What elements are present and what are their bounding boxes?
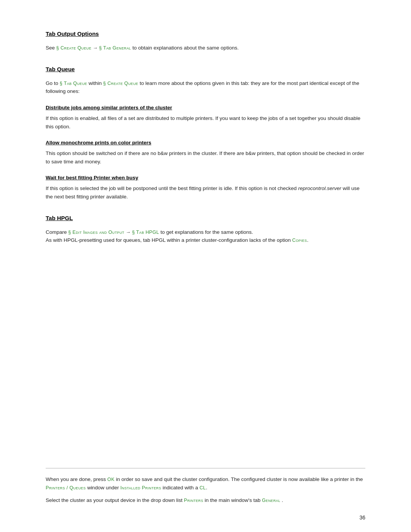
section-title-tab-queue: Tab Queue (46, 66, 365, 72)
output-options-suffix: to obtain explanations about the same op… (131, 45, 239, 51)
reprocontrol-server: reprocontrol.server (298, 185, 341, 191)
arrow-2: → (124, 229, 132, 235)
installed-printers-link[interactable]: Installed Printers (120, 485, 161, 490)
cl-link[interactable]: CL (199, 485, 206, 490)
ok-link[interactable]: OK (107, 477, 115, 482)
footer-p2-prefix: Select the cluster as your output device… (46, 497, 184, 503)
subsection-monochrome: Allow monochrome prints on color printer… (46, 140, 365, 166)
hpgl-line2-suffix: . (307, 237, 309, 243)
section-tab-output-options: Tab Output Options See § Create Queue → … (46, 30, 365, 52)
output-options-prefix: See (46, 45, 56, 51)
hpgl-suffix: to get explanations for the same options… (159, 229, 253, 235)
page-container: Tab Output Options See § Create Queue → … (0, 0, 411, 532)
footer-p1-middle: in order so save and quit the cluster co… (115, 476, 363, 482)
footer-area: When you are done, press OK in order so … (46, 468, 365, 509)
create-queue-link-1[interactable]: § Create Queue (56, 45, 91, 51)
subsection-title-wait-best: Wait for best fitting Printer when busy (46, 175, 365, 181)
subsection-body-distribute: If this option is enabled, all files of … (46, 114, 365, 131)
tab-queue-prefix: Go to (46, 80, 60, 86)
footer-p1-suffix1: window under (86, 485, 120, 490)
footer-p2-end: . (280, 497, 284, 503)
wait-best-prefix: If this option is selected the job will … (46, 185, 298, 191)
section-body-tab-queue: Go to § Tab Queue within § Create Queue … (46, 79, 365, 96)
footer-p1-prefix: When you are done, press (46, 476, 107, 482)
printers-link[interactable]: Printers (184, 498, 203, 503)
subsection-distribute-jobs: Distribute jobs among similar printers o… (46, 105, 365, 131)
printers-queues-link[interactable]: Printers / Queues (46, 485, 86, 490)
section-title-tab-hpgl: Tab HPGL (46, 215, 365, 221)
tab-hpgl-link[interactable]: § Tab HPGL (132, 230, 159, 235)
subsection-wait-best: Wait for best fitting Printer when busy … (46, 175, 365, 201)
tab-queue-middle: within (87, 80, 103, 86)
edit-images-link[interactable]: § Edit Images and Output (68, 230, 124, 235)
subsection-title-distribute: Distribute jobs among similar printers o… (46, 105, 365, 110)
section-title-output-options: Tab Output Options (46, 30, 365, 37)
tab-general-link-1[interactable]: § Tab General (99, 45, 131, 51)
general-link[interactable]: General (262, 498, 280, 503)
footer-divider (46, 468, 365, 468)
subsection-body-wait-best: If this option is selected the job will … (46, 184, 365, 201)
copies-link[interactable]: Copies (292, 238, 307, 243)
section-tab-hpgl: Tab HPGL Compare § Edit Images and Outpu… (46, 215, 365, 244)
hpgl-line2-prefix: As with HPGL-presetting used for queues,… (46, 237, 292, 243)
section-body-output-options: See § Create Queue → § Tab General to ob… (46, 44, 365, 52)
section-body-tab-hpgl: Compare § Edit Images and Output → § Tab… (46, 228, 365, 244)
footer-p2-middle: in the main window's tab (203, 497, 262, 503)
hpgl-prefix: Compare (46, 229, 68, 235)
section-tab-queue: Tab Queue Go to § Tab Queue within § Cre… (46, 66, 365, 201)
create-queue-link-2[interactable]: § Create Queue (103, 81, 138, 86)
footer-p1-suffix2: indicated with a (161, 485, 200, 490)
footer-para2: Select the cluster as your output device… (46, 496, 365, 505)
footer-para1: When you are done, press OK in order so … (46, 475, 365, 492)
arrow-1: → (91, 45, 99, 51)
page-number: 36 (359, 514, 365, 521)
footer-p1-end: . (206, 485, 207, 490)
subsection-body-monochrome: This option should be switched on if the… (46, 149, 365, 166)
tab-queue-link-1[interactable]: § Tab Queue (60, 81, 87, 86)
subsection-title-monochrome: Allow monochrome prints on color printer… (46, 140, 365, 145)
